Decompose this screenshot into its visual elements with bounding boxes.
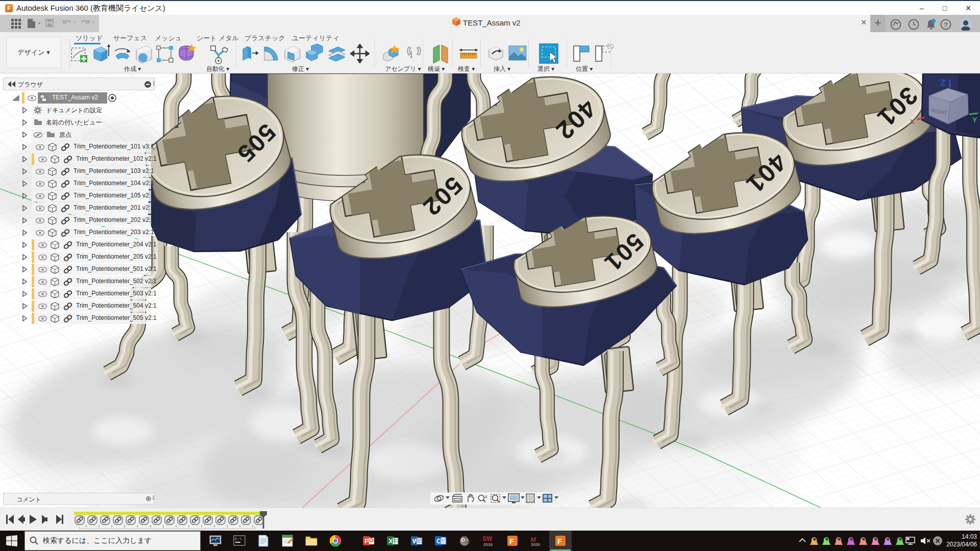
svg-text:C:\: C:\ (235, 537, 242, 541)
svg-text:±: ± (485, 494, 487, 499)
svg-text:F: F (509, 537, 514, 545)
svg-text:Y: Y (972, 116, 977, 124)
svg-text:Z: Z (941, 79, 946, 87)
svg-text:SW: SW (482, 535, 493, 542)
svg-text:2019: 2019 (483, 542, 493, 547)
svg-text:2020: 2020 (531, 542, 540, 547)
svg-text:+: + (441, 494, 444, 498)
svg-text:F: F (557, 537, 562, 545)
svg-text:X: X (910, 118, 915, 126)
svg-text:?: ? (944, 21, 948, 29)
